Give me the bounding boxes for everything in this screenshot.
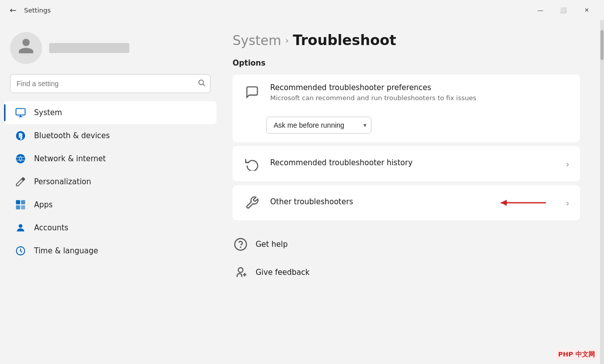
breadcrumb-current: Troubleshoot (293, 32, 396, 49)
personalization-icon (14, 175, 27, 188)
option-text: Recommended troubleshooter preferences M… (270, 83, 569, 102)
svg-point-0 (199, 80, 204, 85)
avatar (10, 32, 42, 64)
back-icon: ← (10, 6, 16, 15)
system-icon (14, 106, 27, 119)
sidebar-item-label: Bluetooth & devices (34, 131, 110, 140)
sidebar-item-label: Apps (34, 200, 53, 209)
nav-list: System B Bluetooth & devices (0, 101, 221, 262)
titlebar: ← Settings — ⬜ ✕ (0, 0, 604, 20)
option-title: Recommended troubleshooter history (270, 158, 557, 167)
svg-point-11 (19, 224, 22, 228)
give-feedback-label: Give feedback (256, 268, 310, 277)
svg-rect-2 (16, 109, 25, 115)
back-button[interactable]: ← (6, 3, 20, 17)
close-button[interactable]: ✕ (575, 2, 598, 18)
option-text: Recommended troubleshooter history (270, 158, 557, 169)
option-title: Other troubleshooters (270, 197, 487, 206)
svg-rect-9 (16, 205, 20, 209)
svg-marker-14 (501, 200, 507, 206)
main-content: System › Troubleshoot Options Recommende… (221, 20, 600, 364)
recommended-history-card[interactable]: Recommended troubleshooter history › (233, 146, 580, 181)
troubleshooter-preference-dropdown[interactable]: Ask me before running Run automatically … (266, 117, 371, 134)
svg-line-1 (203, 84, 205, 86)
history-icon (243, 155, 261, 173)
search-input[interactable] (10, 74, 211, 93)
bluetooth-icon: B (14, 129, 27, 142)
breadcrumb: System › Troubleshoot (233, 32, 580, 49)
maximize-button[interactable]: ⬜ (552, 2, 575, 18)
svg-point-17 (238, 268, 243, 272)
chevron-right-icon: › (566, 159, 569, 169)
chat-icon (243, 83, 261, 101)
app-body: System B Bluetooth & devices (0, 20, 604, 364)
sidebar-item-label: Network & internet (34, 154, 106, 163)
sidebar-item-bluetooth[interactable]: B Bluetooth & devices (4, 124, 217, 147)
feedback-icon (233, 264, 249, 280)
option-text: Other troubleshooters (270, 197, 487, 208)
sidebar-item-personalization[interactable]: Personalization (4, 170, 217, 193)
get-help-link[interactable]: Get help (233, 230, 580, 258)
svg-text:B: B (18, 132, 23, 139)
arrow-annotation (496, 197, 551, 209)
sidebar-item-label: Personalization (34, 177, 91, 186)
minimize-button[interactable]: — (529, 2, 552, 18)
red-arrow-icon (496, 197, 551, 209)
network-icon (14, 152, 27, 165)
sidebar-item-system[interactable]: System (4, 101, 217, 124)
option-title: Recommended troubleshooter preferences (270, 83, 569, 92)
bottom-links: Get help Give feedback (233, 230, 580, 286)
scrollbar[interactable] (600, 20, 604, 364)
options-container: Recommended troubleshooter preferences M… (233, 75, 580, 220)
app-title: Settings (24, 7, 51, 14)
svg-point-15 (235, 238, 246, 250)
apps-icon (14, 198, 27, 211)
time-icon (14, 244, 27, 257)
give-feedback-link[interactable]: Give feedback (233, 258, 580, 286)
section-title: Options (233, 59, 580, 68)
user-icon (17, 37, 35, 59)
svg-rect-8 (21, 200, 25, 204)
sidebar-item-accounts[interactable]: Accounts (4, 216, 217, 239)
sidebar-item-label: System (34, 108, 62, 117)
wrench-icon (243, 194, 261, 212)
svg-rect-10 (21, 205, 25, 209)
profile-section (0, 26, 221, 74)
search-box (10, 74, 211, 93)
get-help-label: Get help (256, 240, 288, 249)
breadcrumb-parent[interactable]: System (233, 33, 281, 48)
recommended-prefs-card[interactable]: Recommended troubleshooter preferences M… (233, 75, 580, 142)
breadcrumb-separator: › (285, 35, 289, 46)
other-troubleshooters-card[interactable]: Other troubleshooters › (233, 185, 580, 220)
dropdown-wrapper: Ask me before running Run automatically … (266, 117, 371, 134)
help-icon (233, 236, 249, 252)
accounts-icon (14, 221, 27, 234)
option-desc: Microsoft can recommend and run troubles… (270, 94, 569, 102)
scroll-thumb[interactable] (600, 30, 603, 60)
svg-rect-7 (16, 200, 20, 204)
window-controls: — ⬜ ✕ (529, 2, 598, 18)
sidebar-item-time[interactable]: Time & language (4, 239, 217, 262)
sidebar-item-apps[interactable]: Apps (4, 193, 217, 216)
sidebar-item-label: Time & language (34, 246, 98, 255)
chevron-right-icon: › (566, 198, 569, 208)
option-header: Recommended troubleshooter preferences M… (243, 83, 569, 102)
sidebar-item-label: Accounts (34, 223, 68, 232)
sidebar-item-network[interactable]: Network & internet (4, 147, 217, 170)
search-icon (197, 79, 206, 89)
sidebar: System B Bluetooth & devices (0, 20, 221, 364)
username-placeholder (49, 43, 129, 53)
